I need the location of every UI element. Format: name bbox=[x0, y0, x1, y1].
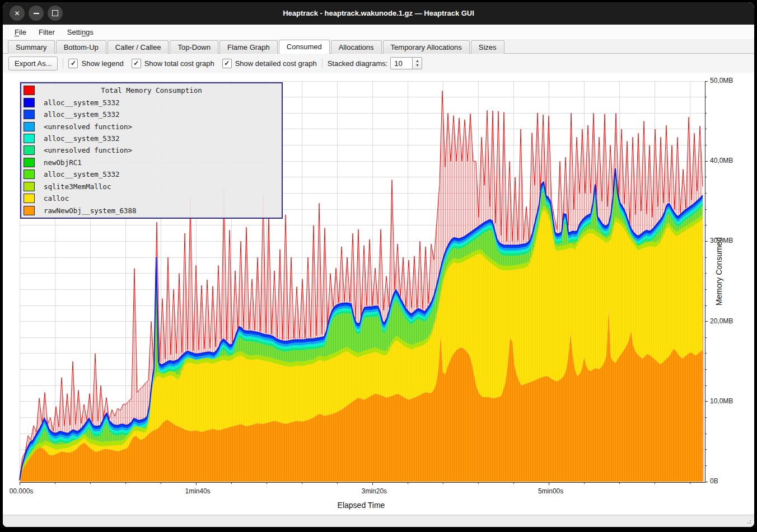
legend-label: rawNewObj__system_6388 bbox=[44, 206, 137, 215]
toolbar: Export As... ✓Show legend✓Show total cos… bbox=[3, 54, 754, 73]
legend-label: alloc__system_5332 bbox=[44, 170, 119, 178]
stacked-diagrams-spinner[interactable]: 10 ▲▼ bbox=[390, 57, 422, 69]
checkbox-show-legend[interactable]: ✓Show legend bbox=[68, 59, 123, 68]
legend-label: alloc__system_5332 bbox=[44, 110, 119, 119]
tab-flame-graph[interactable]: Flame Graph bbox=[219, 40, 278, 54]
legend-swatch-icon bbox=[24, 145, 35, 155]
legend-item: sqlite3MemMalloc bbox=[24, 181, 279, 192]
legend-item: <unresolved function> bbox=[24, 121, 279, 132]
y-axis-tick-label: 50,0MB bbox=[710, 77, 733, 84]
resize-grip-icon[interactable] bbox=[745, 518, 752, 525]
legend-swatch-icon bbox=[24, 194, 35, 203]
checkbox-label: Show legend bbox=[81, 59, 123, 68]
legend-title-row: Total Memory Consumption bbox=[24, 85, 279, 96]
stacked-diagrams-label: Stacked diagrams: bbox=[328, 59, 388, 68]
y-axis-tick-label: 10,0MB bbox=[710, 397, 733, 405]
legend-item: calloc bbox=[24, 193, 279, 204]
menu-file[interactable]: File bbox=[10, 26, 31, 38]
tab-bottom-up[interactable]: Bottom-Up bbox=[56, 40, 106, 54]
legend-label: sqlite3MemMalloc bbox=[44, 182, 111, 191]
tab-bar: SummaryBottom-UpCaller / CalleeTop-DownF… bbox=[3, 39, 754, 54]
export-as-button[interactable]: Export As... bbox=[8, 57, 58, 70]
spinner-up-icon[interactable]: ▲ bbox=[415, 59, 419, 63]
legend-label: Total Memory Consumption bbox=[44, 86, 259, 95]
status-bar bbox=[3, 515, 754, 527]
x-axis-tick-label: 5min00s bbox=[538, 487, 563, 495]
tab-temporary-allocations[interactable]: Temporary Allocations bbox=[383, 40, 470, 54]
checkmark-icon: ✓ bbox=[222, 59, 232, 68]
stacked-diagrams-value[interactable]: 10 bbox=[390, 57, 413, 69]
legend-item: <unresolved function> bbox=[24, 145, 279, 156]
tab-summary[interactable]: Summary bbox=[8, 40, 55, 54]
legend-label: <unresolved function> bbox=[44, 146, 132, 154]
legend-swatch-icon bbox=[24, 98, 35, 107]
x-axis-tick-label: 1min40s bbox=[185, 487, 211, 495]
menu-filter[interactable]: Filter bbox=[34, 26, 60, 38]
y-axis-tick-label: 40,0MB bbox=[710, 157, 733, 164]
x-axis-tick-label: 3min20s bbox=[362, 487, 387, 495]
checkbox-show-total-cost-graph[interactable]: ✓Show total cost graph bbox=[132, 59, 214, 68]
menu-settings[interactable]: Settings bbox=[62, 26, 99, 38]
toolbar-separator bbox=[63, 58, 63, 68]
tab-caller-callee[interactable]: Caller / Callee bbox=[108, 40, 169, 54]
legend-item: alloc__system_5332 bbox=[24, 97, 279, 108]
spinner-down-icon[interactable]: ▼ bbox=[415, 63, 419, 68]
chart-legend: Total Memory Consumptionalloc__system_53… bbox=[20, 82, 283, 219]
legend-label: alloc__system_5332 bbox=[44, 134, 119, 143]
tab-consumed[interactable]: Consumed bbox=[279, 40, 330, 54]
checkbox-label: Show detailed cost graph bbox=[235, 59, 317, 68]
menu-bar: FileFilterSettings bbox=[3, 25, 754, 39]
app-window: ✕ Heaptrack - heaptrack.wakunode.1.gz — … bbox=[3, 2, 754, 527]
checkbox-group: ✓Show legend✓Show total cost graph✓Show … bbox=[68, 59, 316, 68]
window-title: Heaptrack - heaptrack.wakunode.1.gz — He… bbox=[3, 2, 754, 25]
y-axis-tick-label: 0B bbox=[710, 477, 718, 485]
legend-item: alloc__system_5332 bbox=[24, 133, 279, 144]
legend-label: newObjRC1 bbox=[44, 158, 82, 167]
legend-item: alloc__system_5332 bbox=[24, 169, 279, 180]
legend-swatch-icon bbox=[24, 158, 35, 167]
checkmark-icon: ✓ bbox=[68, 59, 78, 68]
title-bar: ✕ Heaptrack - heaptrack.wakunode.1.gz — … bbox=[3, 2, 754, 25]
tab-sizes[interactable]: Sizes bbox=[471, 40, 504, 54]
tab-top-down[interactable]: Top-Down bbox=[170, 40, 218, 54]
legend-swatch-icon bbox=[24, 110, 35, 119]
legend-label: calloc bbox=[44, 194, 69, 203]
y-axis-title: Memory Consumed bbox=[714, 237, 723, 305]
legend-item: alloc__system_5332 bbox=[24, 109, 279, 120]
legend-item: newObjRC1 bbox=[24, 157, 279, 168]
consumed-chart-panel: 0B10,0MB20,0MB30,0MB40,0MB50,0MB00.000s1… bbox=[3, 73, 754, 515]
toolbar-separator bbox=[322, 58, 323, 68]
legend-label: alloc__system_5332 bbox=[44, 98, 119, 107]
checkbox-label: Show total cost graph bbox=[144, 59, 214, 68]
tab-allocations[interactable]: Allocations bbox=[331, 40, 382, 54]
y-axis-tick-label: 20,0MB bbox=[710, 317, 733, 325]
legend-item: rawNewObj__system_6388 bbox=[24, 205, 279, 216]
legend-swatch-icon bbox=[24, 206, 35, 215]
legend-swatch-icon bbox=[24, 122, 35, 131]
legend-swatch-icon bbox=[24, 182, 35, 191]
spinner-arrows[interactable]: ▲▼ bbox=[413, 57, 422, 69]
legend-label: <unresolved function> bbox=[44, 123, 132, 131]
x-axis-tick-label: 00.000s bbox=[10, 487, 34, 495]
checkbox-show-detailed-cost-graph[interactable]: ✓Show detailed cost graph bbox=[222, 59, 317, 68]
x-axis-title: Elapsed Time bbox=[338, 501, 385, 510]
legend-swatch-icon bbox=[24, 86, 35, 95]
legend-swatch-icon bbox=[24, 170, 35, 179]
legend-swatch-icon bbox=[24, 134, 35, 143]
checkmark-icon: ✓ bbox=[132, 59, 141, 68]
